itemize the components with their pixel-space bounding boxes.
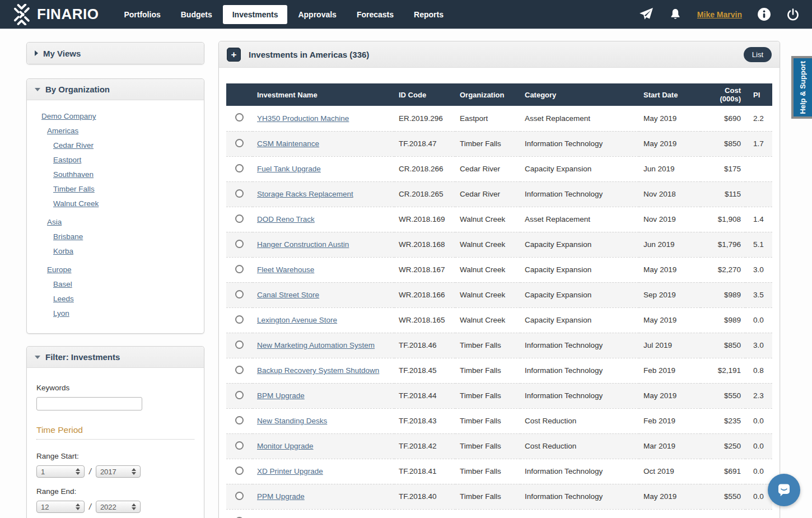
investment-link-monitor-upgrade[interactable]: Monitor Upgrade <box>257 442 314 450</box>
add-investment-button[interactable]: + <box>227 48 241 62</box>
pi-cell: 5.1 <box>745 232 772 257</box>
start-date-cell: Feb 2019 <box>639 408 701 433</box>
row-radio-button[interactable] <box>235 492 244 500</box>
org-tree-link-basel[interactable]: Basel <box>53 277 204 292</box>
my-views-header[interactable]: My Views <box>27 43 204 64</box>
org-tree-link-americas[interactable]: Americas <box>47 124 204 138</box>
row-radio-button[interactable] <box>235 416 244 424</box>
row-radio-button[interactable] <box>235 315 244 324</box>
row-radio-button[interactable] <box>235 189 244 198</box>
column-header-category[interactable]: Category <box>520 83 639 106</box>
row-radio-button[interactable] <box>235 113 244 122</box>
row-radio-button[interactable] <box>235 139 244 147</box>
notifications-bell-icon[interactable] <box>669 8 682 21</box>
org-tree-link-timber-falls[interactable]: Timber Falls <box>53 182 204 197</box>
investment-link-fuel-tank-upgrade[interactable]: Fuel Tank Upgrade <box>257 165 321 173</box>
org-tree-link-cedar-river[interactable]: Cedar River <box>53 138 204 153</box>
investment-link-storage-racks-replacement[interactable]: Storage Racks Replacement <box>257 190 353 198</box>
list-view-button[interactable]: List <box>744 47 772 62</box>
investment-link-fleet-warehouse[interactable]: Fleet Warehouse <box>257 265 314 274</box>
row-radio-button[interactable] <box>235 164 244 172</box>
row-radio-button[interactable] <box>235 240 244 248</box>
investment-link-yh350-production-machine[interactable]: YH350 Production Machine <box>257 114 349 123</box>
info-icon[interactable] <box>757 7 771 21</box>
org-tree-link-leeds[interactable]: Leeds <box>53 292 204 306</box>
column-header-investment-name[interactable]: Investment Name <box>253 83 394 106</box>
row-radio-button[interactable] <box>235 214 244 223</box>
investment-link-dod-reno-track[interactable]: DOD Reno Track <box>257 215 315 223</box>
category-cell: Capacity Expansion <box>520 282 639 307</box>
organization-cell: Timber Falls <box>455 509 520 518</box>
investment-link-lexington-avenue-store[interactable]: Lexington Avenue Store <box>257 316 337 324</box>
organization-cell: Cedar River <box>455 156 520 181</box>
keywords-input[interactable] <box>36 397 142 410</box>
investment-name-cell: PPM Upgrade <box>253 484 394 509</box>
org-tree-link-walnut-creek[interactable]: Walnut Creek <box>53 197 204 211</box>
range-start-month-select[interactable]: 1 <box>36 465 85 478</box>
investment-name-cell: Fuel Tank Upgrade <box>253 156 394 181</box>
org-tree-link-lyon[interactable]: Lyon <box>53 306 204 321</box>
investment-link-canal-street-store[interactable]: Canal Street Store <box>257 291 319 299</box>
expanded-caret-icon <box>35 356 40 359</box>
investment-link-ppm-upgrade[interactable]: PPM Upgrade <box>257 492 305 501</box>
row-radio-button[interactable] <box>235 391 244 399</box>
org-tree-link-europe[interactable]: Europe <box>47 263 204 277</box>
row-radio-button[interactable] <box>235 265 244 273</box>
range-start-year-select[interactable]: 2017 <box>96 465 141 478</box>
nav-item-investments[interactable]: Investments <box>223 5 288 24</box>
category-cell: Information Technology <box>520 333 639 358</box>
org-tree-link-korba[interactable]: Korba <box>53 244 204 259</box>
row-select-cell <box>226 232 253 257</box>
investment-link-xd-printer-upgrade[interactable]: XD Printer Upgrade <box>257 467 323 475</box>
nav-item-portfolios[interactable]: Portfolios <box>114 5 170 24</box>
org-tree-link-eastport[interactable]: Eastport <box>53 153 204 167</box>
org-tree-link-demo-company[interactable]: Demo Company <box>41 109 204 124</box>
nav-item-approvals[interactable]: Approvals <box>288 5 346 24</box>
investment-link-new-marketing-automation-system[interactable]: New Marketing Automation System <box>257 341 375 349</box>
by-organization-header[interactable]: By Organization <box>27 79 204 100</box>
nav-item-budgets[interactable]: Budgets <box>171 5 222 24</box>
investment-link-new-standing-desks[interactable]: New Standing Desks <box>257 417 327 425</box>
help-support-tab[interactable]: Help & Support <box>791 56 812 119</box>
logout-power-icon[interactable] <box>786 8 800 21</box>
nav-item-forecasts[interactable]: Forecasts <box>347 5 403 24</box>
chat-launcher-button[interactable] <box>768 474 800 506</box>
investment-link-backup-recovery-system-shutdown[interactable]: Backup Recovery System Shutdown <box>257 366 379 375</box>
investment-row: XD Printer UpgradeTF.2018.41Timber Falls… <box>226 459 772 484</box>
row-select-cell <box>226 207 253 232</box>
expanded-caret-icon <box>35 88 40 91</box>
row-radio-button[interactable] <box>235 441 244 450</box>
column-header-organization[interactable]: Organization <box>455 83 520 106</box>
column-header-start-date[interactable]: Start Date <box>639 83 701 106</box>
cost-cell: $989 <box>701 282 745 307</box>
org-tree-link-brisbane[interactable]: Brisbane <box>53 230 204 244</box>
org-tree-link-southhaven[interactable]: Southhaven <box>53 167 204 182</box>
filter-header[interactable]: Filter: Investments <box>27 347 204 368</box>
column-header-cost-000s[interactable]: Cost (000s) <box>701 83 745 106</box>
investments-panel-header: + Investments in Americas (336) List <box>219 41 780 68</box>
cost-cell: $1,796 <box>701 232 745 257</box>
investment-link-hanger-construction-austin[interactable]: Hanger Construction Austin <box>257 240 349 249</box>
row-radio-button[interactable] <box>235 466 244 475</box>
organization-cell: Walnut Creek <box>455 257 520 282</box>
row-radio-button[interactable] <box>235 366 244 374</box>
brand-logo[interactable]: FINARIO <box>11 4 99 25</box>
column-header-pi[interactable]: PI <box>745 83 772 106</box>
cost-cell: $1,908 <box>701 207 745 232</box>
range-end-month-select[interactable]: 12 <box>36 501 85 513</box>
column-header-id-code[interactable]: ID Code <box>394 83 455 106</box>
start-date-cell: May 2019 <box>639 484 701 509</box>
user-profile-link[interactable]: Mike Marvin <box>697 10 742 19</box>
investment-link-csm-maintenance[interactable]: CSM Maintenance <box>257 139 319 148</box>
id-code-cell: WR.2018.168 <box>394 232 455 257</box>
row-radio-button[interactable] <box>235 290 244 298</box>
send-icon[interactable] <box>639 7 654 22</box>
range-end-year-select[interactable]: 2022 <box>96 501 141 513</box>
investment-link-bpm-upgrade[interactable]: BPM Upgrade <box>257 391 305 400</box>
row-select-cell <box>226 106 253 131</box>
org-tree-link-asia[interactable]: Asia <box>47 215 204 230</box>
id-code-cell: TF.2018.43 <box>394 408 455 433</box>
nav-item-reports[interactable]: Reports <box>404 5 453 24</box>
row-radio-button[interactable] <box>235 340 244 349</box>
range-end-row: 12 / 2022 <box>36 501 194 513</box>
